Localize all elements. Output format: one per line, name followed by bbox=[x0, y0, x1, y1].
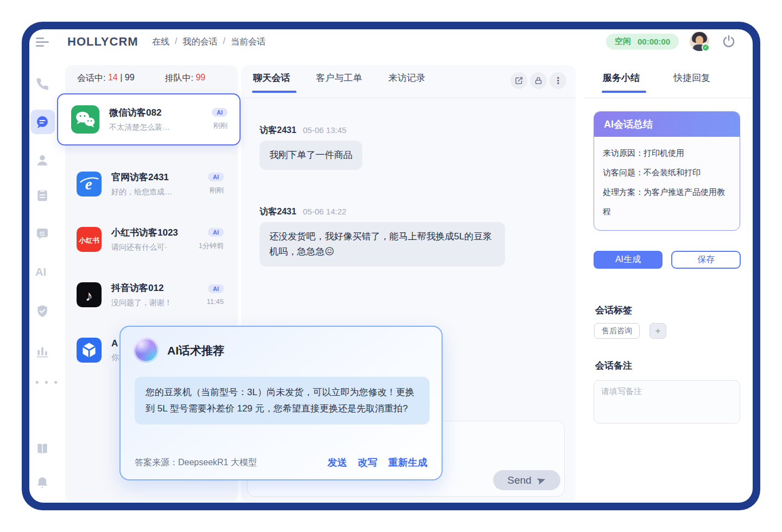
menu-toggle-icon[interactable] bbox=[36, 37, 50, 49]
queue-label: 排队中: bbox=[165, 73, 193, 84]
summary-line-reason: 来访原因：打印机使用 bbox=[603, 143, 731, 163]
power-icon[interactable] bbox=[721, 34, 736, 49]
conversation-item-douyin[interactable]: ♪ 抖音访客012 没问题了，谢谢！ AI 11:45 bbox=[65, 275, 238, 314]
breadcrumb-item-my-sessions[interactable]: 我的会话 bbox=[182, 36, 217, 48]
rewrite-link[interactable]: 改写 bbox=[358, 456, 377, 469]
ai-badge: AI bbox=[208, 284, 224, 293]
regenerate-link[interactable]: 重新生成 bbox=[388, 456, 427, 469]
svg-text:悦: 悦 bbox=[39, 231, 45, 237]
ai-orb-icon bbox=[134, 338, 159, 363]
ai-generate-button[interactable]: AI生成 bbox=[594, 251, 663, 269]
tab-service-summary[interactable]: 服务小结 bbox=[603, 72, 640, 93]
ai-nav-icon[interactable]: AI bbox=[35, 266, 46, 280]
tags-label: 会话标签 bbox=[595, 304, 632, 316]
ai-suggestion-popup: AI话术推荐 您的豆浆机（当前型号：3L）尚未发货，可以立即为您修改！更换到 5… bbox=[119, 326, 443, 480]
tab-quick-reply[interactable]: 快捷回复 bbox=[673, 72, 710, 93]
ai-badge: AI bbox=[208, 173, 224, 181]
conversation-preview: 不太清楚怎么装… bbox=[109, 123, 212, 132]
summary-line-issue: 访客问题：不会装纸和打印 bbox=[603, 163, 731, 182]
tag-aftersales[interactable]: 售后咨询 bbox=[594, 323, 640, 339]
svg-text:♪: ♪ bbox=[85, 288, 92, 304]
contacts-icon[interactable] bbox=[35, 153, 49, 167]
ai-popup-title: AI话术推荐 bbox=[167, 343, 224, 358]
ai-summary-title: AI会话总结 bbox=[594, 112, 740, 137]
conversation-item-xiaohongshu[interactable]: 小红书 小红书访客1023 请问还有什么可· AI 1分钟前 bbox=[65, 220, 238, 259]
ai-source-label: 答案来源：DeepseekR1 大模型 bbox=[135, 457, 257, 468]
add-tag-button[interactable]: + bbox=[649, 323, 666, 339]
notes-textarea[interactable] bbox=[594, 380, 740, 423]
tab-customer-workorder[interactable]: 客户与工单 bbox=[316, 72, 362, 93]
message-bubble: 还没发货吧，我好像买错了，能马上帮我换成5L的豆浆机吗，急急急😖 bbox=[260, 222, 505, 267]
stats-icon[interactable] bbox=[35, 344, 49, 358]
conversation-item-web[interactable]: e 官网访客2431 好的，给您造成… AI 刚刚 bbox=[65, 164, 238, 204]
notes-label: 会话备注 bbox=[595, 359, 632, 372]
message-time: 05-06 14:22 bbox=[303, 207, 346, 216]
paper-plane-icon bbox=[537, 476, 546, 485]
chat-nav-icon[interactable] bbox=[35, 115, 49, 129]
ai-badge: AI bbox=[212, 108, 228, 117]
app-cube-icon bbox=[77, 338, 102, 363]
conversation-name: 微信访客082 bbox=[109, 106, 212, 119]
share-icon[interactable] bbox=[510, 72, 527, 89]
status-label: 空闲 bbox=[615, 36, 631, 47]
queue-count: 99 bbox=[195, 73, 205, 84]
summary-line-solution: 处理方案：为客户推送产品使用教程 bbox=[603, 182, 731, 221]
message-sender: 访客2431 bbox=[260, 125, 297, 135]
wechat-icon bbox=[71, 105, 99, 134]
message-time: 05-06 13:45 bbox=[303, 125, 346, 135]
yue-chat-icon[interactable]: 悦 bbox=[35, 226, 49, 240]
douyin-icon: ♪ bbox=[77, 282, 102, 307]
breadcrumb: 在线/ 我的会话/ 当前会话 bbox=[152, 36, 266, 48]
save-button[interactable]: 保存 bbox=[671, 251, 741, 269]
conversation-time: 刚刚 bbox=[213, 121, 228, 131]
shield-icon[interactable] bbox=[35, 304, 49, 318]
message-bubble: 我刚下单了一件商品 bbox=[260, 141, 362, 170]
in-session-total: 99 bbox=[125, 73, 135, 84]
ai-suggestion-text: 您的豆浆机（当前型号：3L）尚未发货，可以立即为您修改！更换到 5L 型号需要补… bbox=[135, 377, 430, 425]
more-icon[interactable]: • • • bbox=[35, 377, 59, 391]
message-meta: 访客2431 05-06 14:22 bbox=[260, 206, 346, 218]
brand-logo: HOLLYCRM bbox=[67, 35, 138, 49]
web-browser-icon: e bbox=[77, 172, 102, 197]
conversation-counters: 会话中: 14 | 99 排队中: 99 bbox=[77, 73, 230, 84]
online-check-icon: ✓ bbox=[702, 43, 710, 52]
lock-icon[interactable] bbox=[530, 72, 547, 89]
workorder-icon[interactable] bbox=[35, 188, 49, 202]
breadcrumb-item-current-session[interactable]: 当前会话 bbox=[231, 36, 266, 48]
status-timer: 00:00:00 bbox=[638, 37, 670, 46]
kebab-menu-icon[interactable]: ⋮ bbox=[550, 72, 566, 89]
conversation-item-wechat[interactable]: 微信访客082 不太清楚怎么装… AI 刚刚 bbox=[57, 93, 241, 145]
ai-badge: AI bbox=[208, 228, 224, 237]
knowledge-book-icon[interactable] bbox=[35, 442, 49, 456]
message-sender: 访客2431 bbox=[260, 207, 297, 216]
message-meta: 访客2431 05-06 13:45 bbox=[260, 125, 346, 136]
ai-summary-card: AI会话总结 来访原因：打印机使用 访客问题：不会装纸和打印 处理方案：为客户推… bbox=[594, 111, 740, 231]
notification-bell-icon[interactable] bbox=[35, 476, 49, 490]
tab-chat-session[interactable]: 聊天会话 bbox=[253, 72, 290, 93]
breadcrumb-item-online[interactable]: 在线 bbox=[152, 36, 169, 48]
in-session-label: 会话中: bbox=[77, 73, 105, 84]
phone-icon[interactable] bbox=[35, 77, 49, 91]
xiaohongshu-icon: 小红书 bbox=[77, 227, 102, 252]
send-suggestion-link[interactable]: 发送 bbox=[327, 456, 347, 469]
app-window: HOLLYCRM 在线/ 我的会话/ 当前会话 空闲 00:00:00 ✓ 悦 … bbox=[29, 29, 753, 503]
chat-tabs: 聊天会话 客户与工单 来访记录 bbox=[253, 72, 425, 93]
tab-visit-history[interactable]: 来访记录 bbox=[388, 72, 425, 93]
summary-tabs: 服务小结 快捷回复 bbox=[603, 72, 710, 93]
agent-status-badge[interactable]: 空闲 00:00:00 bbox=[606, 34, 679, 49]
in-session-current: 14 bbox=[108, 73, 118, 84]
send-button[interactable]: Send bbox=[493, 470, 560, 490]
svg-text:小红书: 小红书 bbox=[78, 237, 99, 244]
window-frame: HOLLYCRM 在线/ 我的会话/ 当前会话 空闲 00:00:00 ✓ 悦 … bbox=[22, 22, 760, 510]
